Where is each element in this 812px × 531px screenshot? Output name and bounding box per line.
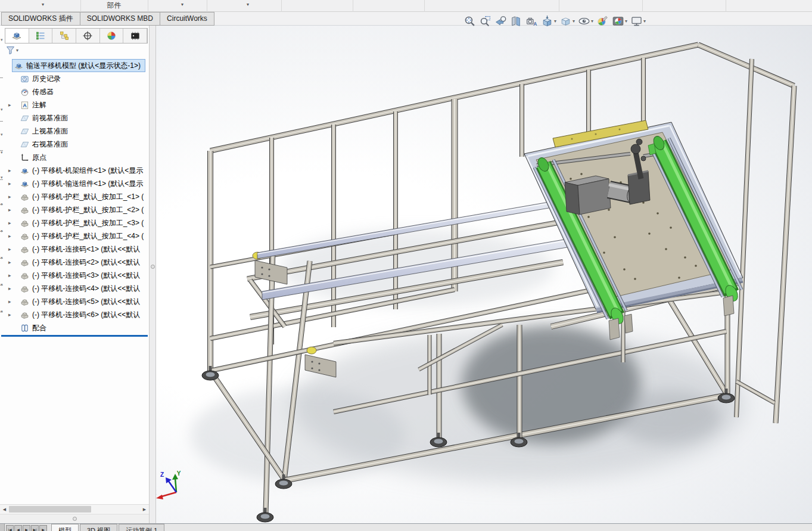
- dropdown-caret[interactable]: ▾: [591, 18, 593, 24]
- tree-item[interactable]: ▸(-) 平移机-连接码<4> (默认<<默认: [0, 282, 148, 295]
- edit-appearance-button[interactable]: [596, 15, 609, 27]
- document-tabs: 模型3D 视图运动算例 1: [51, 524, 164, 531]
- panel-bottom-splitter[interactable]: [0, 514, 149, 523]
- go-to-end-button[interactable]: ▶|: [31, 525, 39, 531]
- part-icon: [20, 271, 29, 280]
- manager-tab-propertymanager[interactable]: [29, 29, 53, 43]
- expand-arrow-icon[interactable]: ▸: [8, 102, 14, 108]
- hide-show-items-button[interactable]: ▾: [578, 15, 593, 27]
- section-view-button[interactable]: [510, 15, 522, 27]
- expand-arrow-icon[interactable]: ▸: [8, 299, 14, 305]
- expand-arrow-icon[interactable]: ▸: [8, 194, 14, 200]
- toolbar-flyout-caret[interactable]: ▾: [1, 38, 3, 42]
- ribbon-item-label[interactable]: 部件: [80, 0, 148, 11]
- dropdown-caret[interactable]: ▾: [554, 18, 556, 24]
- toolbar-flyout-caret[interactable]: ▾: [1, 132, 3, 137]
- manager-tab-cam-addin[interactable]: [123, 29, 147, 43]
- bottom-tab[interactable]: 运动算例 1: [119, 524, 164, 531]
- zoom-to-fit-button[interactable]: [463, 15, 476, 27]
- yellow-bumper[interactable]: [307, 347, 316, 354]
- tree-horizontal-scrollbar[interactable]: ◀ ▶: [0, 504, 149, 513]
- tree-item[interactable]: 右视基准面: [0, 138, 148, 151]
- hide-show-items-icon: [578, 15, 590, 27]
- expand-arrow-icon[interactable]: ▸: [8, 312, 14, 318]
- splitter-grip[interactable]: [73, 517, 77, 521]
- dropdown-caret[interactable]: ▾: [643, 18, 646, 24]
- step-back-button[interactable]: ◀: [14, 525, 22, 531]
- dropdown-caret[interactable]: ▾: [573, 18, 575, 24]
- ribbon-dropdown-caret[interactable]: ▾: [42, 2, 44, 7]
- view-settings-button[interactable]: ▾: [630, 15, 646, 27]
- toolbar-flyout-caret[interactable]: ▾: [1, 150, 3, 155]
- plane-icon: [20, 140, 29, 149]
- tree-item[interactable]: ▸(-) 平移机-机架组件<1> (默认<显示: [0, 164, 148, 177]
- part-icon: [20, 219, 29, 228]
- manager-tab-displaymanager[interactable]: [100, 29, 124, 43]
- tree-item[interactable]: ▸(-) 平移机-护栏_默认_按加工_<2> (: [0, 203, 148, 216]
- expand-arrow-icon[interactable]: ▸: [8, 285, 14, 291]
- ribbon-dropdown-caret[interactable]: ▾: [247, 2, 249, 7]
- tree-item[interactable]: 上视基准面: [0, 125, 148, 138]
- expand-arrow-icon[interactable]: ▸: [8, 272, 14, 278]
- tree-item[interactable]: ▸(-) 平移机-连接码<3> (默认<<默认: [0, 269, 148, 282]
- zoom-to-area-button[interactable]: [479, 15, 491, 27]
- tree-item[interactable]: ▸注解: [0, 98, 148, 111]
- addin-tab[interactable]: CircuitWorks: [160, 12, 214, 26]
- tree-filter-button[interactable]: ▾: [6, 46, 18, 55]
- tree-item[interactable]: 传感器: [0, 85, 148, 98]
- part-icon: [20, 232, 29, 241]
- ribbon-separator: [207, 0, 207, 12]
- display-style-icon: [559, 15, 572, 27]
- view-orientation-button[interactable]: ▾: [541, 15, 556, 27]
- expand-arrow-icon[interactable]: ▸: [8, 167, 14, 173]
- tree-item[interactable]: ▸(-) 平移机-护栏_默认_按加工_<3> (: [0, 216, 148, 229]
- addin-tab[interactable]: SOLIDWORKS 插件: [1, 12, 80, 26]
- tree-item-label: (-) 平移机-机架组件<1> (默认<显示: [32, 166, 143, 176]
- bottom-tab[interactable]: 3D 视图: [80, 524, 117, 531]
- tree-item-label: 上视基准面: [32, 126, 68, 136]
- origin-icon: [20, 153, 29, 162]
- tree-item[interactable]: ▸(-) 平移机-连接码<6> (默认<<默认: [0, 308, 148, 321]
- rollback-bar[interactable]: [1, 335, 148, 337]
- scroll-right-button[interactable]: ▶: [140, 505, 149, 514]
- tree-item[interactable]: 配合: [0, 321, 148, 334]
- tree-item[interactable]: 前视基准面: [0, 111, 148, 125]
- bottom-tab[interactable]: 模型: [51, 524, 79, 531]
- expand-arrow-icon[interactable]: ▸: [8, 246, 14, 252]
- tree-item[interactable]: 输送平移机模型 (默认<显示状态-1>): [0, 59, 148, 72]
- display-style-button[interactable]: ▾: [559, 15, 575, 27]
- toolbar-flyout-caret[interactable]: ▾: [1, 107, 3, 112]
- tree-item[interactable]: ▸(-) 平移机-连接码<1> (默认<<默认: [0, 243, 148, 256]
- manager-tab-configurationmanager[interactable]: [52, 29, 76, 43]
- tree-item[interactable]: ▸(-) 平移机-输送组件<1> (默认<显示: [0, 177, 148, 190]
- tree-item[interactable]: ▸(-) 平移机-护栏_默认_按加工_<4> (: [0, 229, 148, 243]
- expand-arrow-icon[interactable]: ▸: [8, 207, 14, 213]
- tree-item[interactable]: ▸(-) 平移机-护栏_默认_按加工_<1> (: [0, 190, 148, 203]
- addin-tab[interactable]: SOLIDWORKS MBD: [80, 12, 160, 26]
- dynamic-annotation-views-button[interactable]: [525, 15, 538, 27]
- scrollbar-thumb[interactable]: [9, 506, 91, 513]
- tree-item[interactable]: ▸(-) 平移机-连接码<5> (默认<<默认: [0, 295, 148, 308]
- docked-toolbar-edge: ▾▾▾▾▾▾▾▾▾▾: [0, 26, 5, 523]
- splitter-grip[interactable]: [151, 265, 155, 269]
- manager-tab-featuremanager-design-tree[interactable]: [5, 29, 29, 43]
- play-button[interactable]: ▶: [39, 525, 47, 531]
- filter-dropdown-caret[interactable]: ▾: [16, 48, 18, 53]
- expand-arrow-icon[interactable]: ▸: [8, 220, 14, 226]
- expand-arrow-icon[interactable]: ▸: [8, 181, 14, 187]
- ribbon-dropdown-caret[interactable]: ▾: [181, 2, 183, 7]
- panel-vertical-splitter[interactable]: [149, 26, 156, 523]
- expand-arrow-icon[interactable]: ▸: [8, 233, 14, 239]
- tree-item[interactable]: ▸(-) 平移机-连接码<2> (默认<<默认: [0, 256, 148, 269]
- tree-item[interactable]: 原点: [0, 151, 148, 164]
- plane-icon: [20, 127, 29, 136]
- go-to-start-button[interactable]: |◀: [6, 525, 14, 531]
- manager-tab-dimxpertmanager[interactable]: [76, 29, 100, 43]
- expand-arrow-icon[interactable]: ▸: [8, 259, 14, 265]
- tree-item[interactable]: 历史记录: [0, 72, 148, 85]
- previous-view-button[interactable]: [494, 15, 507, 27]
- step-forward-button[interactable]: ▶: [23, 525, 30, 531]
- dropdown-caret[interactable]: ▾: [625, 18, 627, 24]
- propertymanager-icon: [35, 30, 46, 41]
- apply-scene-button[interactable]: ▾: [612, 15, 627, 27]
